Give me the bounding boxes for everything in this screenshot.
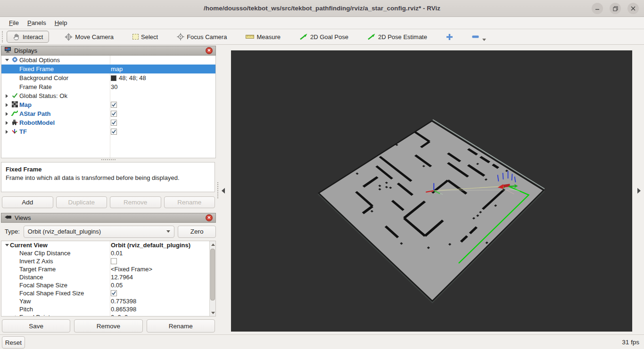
scrollbar-thumb[interactable] (210, 249, 215, 300)
property-value[interactable]: 0.865398 (111, 305, 136, 313)
restore-button[interactable] (610, 3, 621, 14)
reset-button[interactable]: Reset (2, 336, 25, 349)
tree-row-yaw[interactable]: Yaw0.775398 (1, 297, 210, 305)
scroll-up-button[interactable] (210, 241, 216, 248)
property-value[interactable] (111, 257, 117, 265)
rename-display-button[interactable]: Rename (164, 196, 215, 208)
menu-panels[interactable]: Panels (23, 18, 50, 28)
scroll-down-button[interactable] (210, 309, 216, 316)
checkbox-checked[interactable] (111, 120, 117, 126)
tool-2d-pose-estimate[interactable]: 2D Pose Estimate (364, 31, 430, 43)
robot-tf-z-axis (512, 174, 512, 180)
property-value[interactable] (111, 289, 117, 297)
property-value[interactable]: 48; 48; 48 (111, 73, 146, 82)
save-view-button[interactable]: Save (2, 319, 70, 333)
displays-panel-header[interactable]: Displays ✕ (1, 46, 216, 56)
close-button[interactable] (627, 3, 639, 14)
property-value[interactable] (111, 100, 117, 109)
tool-label: Interact (23, 33, 43, 41)
zero-button[interactable]: Zero (178, 226, 216, 238)
tree-row-focal-shape-size[interactable]: Focal Shape Size0.05 (1, 281, 210, 289)
expander-open-icon[interactable] (4, 59, 10, 61)
property-value[interactable]: 12.7964 (111, 273, 133, 281)
tool-remove-tool[interactable] (469, 33, 482, 41)
property-label: Background Color (19, 74, 68, 81)
tree-row-map[interactable]: Map (1, 100, 215, 109)
property-value[interactable]: 0; 0; 0 (111, 313, 128, 316)
minimize-button[interactable] (592, 3, 603, 14)
remove-view-button[interactable]: Remove (74, 319, 142, 333)
property-value[interactable]: 30 (111, 82, 117, 91)
tool-2d-goal-pose[interactable]: 2D Goal Pose (296, 31, 352, 43)
menu-help[interactable]: Help (50, 18, 72, 28)
toolbar-drag-handle[interactable] (2, 31, 3, 42)
collapse-right-arrow[interactable] (637, 188, 641, 194)
tree-row-frame-rate[interactable]: Frame Rate30 (1, 82, 215, 91)
property-label: Map (19, 101, 32, 108)
property-value[interactable]: 0.775398 (111, 297, 136, 305)
panel-splitter-handle-vertical[interactable] (217, 182, 219, 198)
tree-row-invert-z-axis[interactable]: Invert Z Axis (1, 257, 210, 265)
property-value[interactable]: Orbit (rviz_default_plugins) (111, 241, 190, 249)
tree-row-global-status-ok[interactable]: Global Status: Ok (1, 91, 215, 100)
tree-row-global-options[interactable]: Global Options (1, 56, 215, 65)
tree-row-near-clip-distance[interactable]: Near Clip Distance0.01 (1, 249, 210, 257)
views-close-button[interactable]: ✕ (206, 214, 213, 221)
view-type-dropdown[interactable]: Orbit (rviz_default_plugins) (24, 226, 175, 238)
expander-closed-icon[interactable] (4, 130, 10, 134)
expander-closed-icon[interactable] (13, 316, 19, 317)
expander-closed-icon[interactable] (4, 94, 10, 98)
tree-row-distance[interactable]: Distance12.7964 (1, 273, 210, 281)
tree-row-background-color[interactable]: Background Color48; 48; 48 (1, 73, 215, 82)
property-value[interactable] (111, 118, 117, 127)
tree-row-focal-point[interactable]: Focal Point0; 0; 0 (1, 313, 210, 316)
tree-row-pitch[interactable]: Pitch0.865398 (1, 305, 210, 313)
checkbox-checked[interactable] (111, 129, 117, 135)
displays-close-button[interactable]: ✕ (206, 47, 213, 54)
tool-move-camera[interactable]: Move Camera (61, 31, 117, 43)
property-value[interactable]: <Fixed Frame> (111, 265, 152, 273)
remove-display-button[interactable]: Remove (110, 196, 161, 208)
property-value[interactable] (111, 127, 117, 136)
menu-file[interactable]: File (5, 18, 23, 28)
robot-tf-z-axis (503, 173, 504, 179)
expander-open-icon[interactable] (4, 244, 10, 246)
description-body: Frame into which all data is transformed… (6, 174, 180, 181)
property-value[interactable] (111, 109, 117, 118)
checkbox-checked[interactable] (111, 290, 117, 296)
checkbox-checked[interactable] (111, 102, 117, 108)
tree-row-tf[interactable]: TF (1, 127, 215, 136)
views-scrollbar[interactable] (209, 241, 215, 316)
collapse-left-arrow[interactable] (222, 188, 225, 194)
tree-row-astar-path[interactable]: AStar Path (1, 109, 215, 118)
tool-measure[interactable]: Measure (242, 31, 284, 43)
expander-closed-icon[interactable] (4, 121, 10, 125)
property-value[interactable]: 0.01 (111, 249, 123, 257)
tree-row-fixed-frame[interactable]: Fixed Framemap (1, 65, 215, 73)
checkbox-checked[interactable] (111, 111, 117, 117)
tree-row-target-frame[interactable]: Target Frame<Fixed Frame> (1, 265, 210, 273)
tool-focus-camera[interactable]: Focus Camera (173, 31, 230, 43)
tree-row-current-view[interactable]: Current ViewOrbit (rviz_default_plugins) (1, 241, 210, 249)
expander-closed-icon[interactable] (4, 112, 10, 116)
tree-row-robotmodel[interactable]: RobotModel (1, 118, 215, 127)
duplicate-button[interactable]: Duplicate (56, 196, 107, 208)
property-value[interactable]: map (111, 65, 123, 73)
add-button[interactable]: Add (2, 196, 53, 208)
tool-select[interactable]: Select (129, 31, 161, 43)
checkbox-unchecked[interactable] (111, 258, 117, 264)
value-text: Orbit (rviz_default_plugins) (111, 242, 190, 249)
value-text: 30 (111, 83, 117, 90)
minus-icon (472, 35, 479, 38)
panel-splitter-handle[interactable] (101, 159, 116, 161)
expander-closed-icon[interactable] (4, 103, 10, 107)
property-value[interactable]: 0.05 (111, 281, 123, 289)
tool-add-tool[interactable] (443, 31, 456, 43)
tool-interact[interactable]: Interact (7, 31, 49, 43)
color-swatch[interactable] (111, 75, 116, 81)
property-label: Focal Shape Fixed Size (19, 290, 84, 297)
tree-row-focal-shape-fixed-size[interactable]: Focal Shape Fixed Size (1, 289, 210, 297)
views-panel-header[interactable]: Views ✕ (1, 213, 216, 223)
rename-view-button[interactable]: Rename (147, 319, 215, 333)
viewport-canvas[interactable] (231, 50, 632, 332)
